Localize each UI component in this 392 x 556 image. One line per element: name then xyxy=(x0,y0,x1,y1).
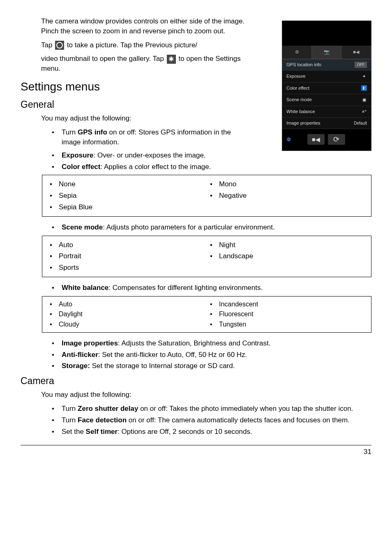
camera-lead: You may adjust the following: xyxy=(41,390,371,400)
bullet-storage: Storage: Set the storage to Internal sto… xyxy=(50,361,371,371)
option-mono: Mono xyxy=(207,179,367,189)
bullet-white-balance: White balance: Compensates for different… xyxy=(50,283,371,293)
bullet-gps: Turn GPS info on or off: Stores GPS info… xyxy=(50,127,243,147)
scene-mode-options: Auto Portrait Sports Night Landscape xyxy=(42,236,371,277)
bullet-exposure: Exposure: Over- or under-exposes the ima… xyxy=(50,151,371,160)
row-image-properties[interactable]: Image properties Default xyxy=(282,118,371,129)
option-landscape: Landscape xyxy=(207,251,367,261)
option-fluorescent: Fluorescent xyxy=(207,310,367,319)
bullet-anti-flicker: Anti-flicker: Set the anti-flicker to Au… xyxy=(50,350,371,360)
bullet-image-properties: Image properties: Adjusts the Saturation… xyxy=(50,338,371,348)
tab-general-icon[interactable]: ⚙ xyxy=(282,46,312,59)
intro-p1: The camera window provides controls on e… xyxy=(41,16,247,36)
row-scene-mode[interactable]: Scene mode ▣ xyxy=(282,94,371,106)
gear-icon xyxy=(167,55,176,64)
option-negative: Negative xyxy=(207,191,367,201)
option-incandescent: Incandescent xyxy=(207,300,367,309)
bullet-face-detection: Turn Face detection on or off: The camer… xyxy=(50,415,371,425)
tab-video-icon[interactable]: ■◀ xyxy=(341,46,371,59)
heading-camera: Camera xyxy=(21,374,371,387)
bullet-scene-mode: Scene mode: Adjusts photo parameters for… xyxy=(50,222,371,232)
bottom-gear-icon[interactable]: ✲ xyxy=(286,136,291,144)
color-effect-icon: ◧ xyxy=(361,85,367,91)
page-number: 31 xyxy=(364,448,371,456)
option-daylight: Daylight xyxy=(46,310,207,319)
option-sports: Sports xyxy=(46,263,207,273)
option-night: Night xyxy=(207,240,367,250)
option-portrait: Portrait xyxy=(46,251,207,261)
bullet-zero-shutter: Turn Zero shutter delay on or off: Takes… xyxy=(50,404,371,414)
row-exposure[interactable]: Exposure ✦ xyxy=(282,71,371,82)
color-effect-options: None Sepia Sepia Blue Mono Negative xyxy=(42,175,371,216)
option-sepia: Sepia xyxy=(46,191,207,201)
bottom-shutter-button[interactable]: ⟳ xyxy=(328,134,345,145)
white-balance-options: Auto Daylight Cloudy Incandescent Fluore… xyxy=(42,296,371,333)
row-color-effect[interactable]: Color effect ◧ xyxy=(282,83,371,94)
scene-mode-icon: ▣ xyxy=(361,97,367,103)
image-properties-value: Default xyxy=(354,120,367,126)
exposure-icon: ✦ xyxy=(361,74,367,79)
white-balance-icon: ᴀʷ xyxy=(361,109,367,114)
row-white-balance[interactable]: White balance ᴀʷ xyxy=(282,106,371,118)
tab-camera-icon[interactable]: 📷 xyxy=(312,46,341,59)
general-lead: You may adjust the following: xyxy=(41,114,247,123)
option-auto-wb: Auto xyxy=(46,300,207,309)
option-cloudy: Cloudy xyxy=(46,320,207,329)
gps-off-badge: OFF xyxy=(355,62,367,68)
bullet-self-timer: Set the Self timer: Options are Off, 2 s… xyxy=(50,427,371,437)
option-tungsten: Tungsten xyxy=(207,320,367,329)
settings-screenshot: ⚙ 📷 ■◀ GPS location info OFF Exposure ✦ … xyxy=(282,21,371,151)
intro-p3: video thumbnail to open the gallery. Tap… xyxy=(41,54,247,74)
bottom-video-button[interactable]: ■◀ xyxy=(307,134,325,145)
bullet-color-effect: Color effect: Applies a color effect to … xyxy=(50,162,371,172)
shutter-icon xyxy=(55,41,64,50)
option-none: None xyxy=(46,179,207,189)
intro-p2: Tap to take a picture. Tap the Previous … xyxy=(41,40,247,50)
option-auto-scene: Auto xyxy=(46,240,207,250)
option-sepia-blue: Sepia Blue xyxy=(46,202,207,212)
row-gps[interactable]: GPS location info OFF xyxy=(282,59,371,71)
